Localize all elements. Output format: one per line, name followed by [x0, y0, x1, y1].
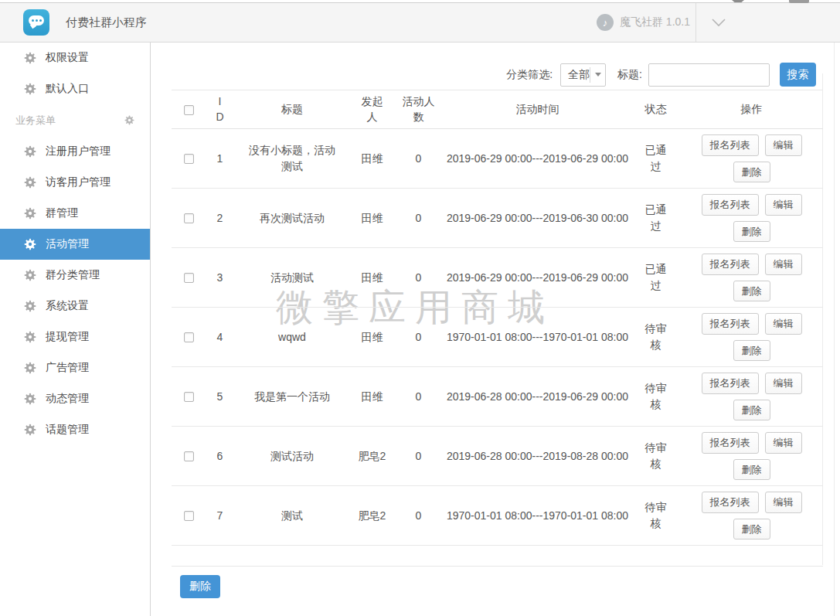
- sidebar-item-label: 权限设置: [46, 51, 89, 65]
- sidebar-item[interactable]: 提现管理: [0, 322, 150, 352]
- delete-row-button[interactable]: 删除: [733, 400, 770, 421]
- cell-time: 2019-06-29 00:00---2019-06-29 00:00: [444, 248, 631, 308]
- cell-title: 没有小标题，活动测试: [245, 142, 339, 175]
- sidebar-section-label: 业务菜单: [15, 114, 56, 128]
- edit-button[interactable]: 编辑: [765, 373, 802, 394]
- cell-participants: 0: [393, 129, 444, 189]
- cell-time: 2019-06-28 00:00---2019-08-28 00:00: [444, 427, 631, 486]
- cell-title: 再次测试活动: [260, 210, 325, 226]
- sidebar-item[interactable]: 群分类管理: [0, 260, 150, 291]
- sidebar-item[interactable]: 活动管理: [0, 229, 150, 260]
- edit-button[interactable]: 编辑: [765, 134, 802, 156]
- sidebar-item-label: 系统设置: [46, 299, 89, 313]
- cell-time: 2019-06-28 00:00---2019-06-29 00:00: [444, 367, 631, 427]
- category-select-value: 全部: [561, 68, 590, 82]
- search-button[interactable]: 搜索: [780, 63, 816, 87]
- gear-icon: [24, 331, 36, 343]
- cell-participants: 0: [393, 248, 444, 308]
- browser-arrow-fragment-icon: [732, 0, 744, 2]
- gear-icon: [24, 176, 36, 189]
- cell-status: 已通过: [642, 261, 670, 293]
- category-filter-label: 分类筛选:: [506, 68, 553, 82]
- cell-actions: 报名列表 编辑 删除: [680, 308, 823, 367]
- sidebar-item[interactable]: 访客用户管理: [0, 167, 150, 198]
- cell-time: 2019-06-29 00:00---2019-06-29 00:00: [444, 129, 631, 189]
- browser-chrome-fragment: [789, 0, 809, 3]
- row-checkbox[interactable]: [184, 154, 194, 164]
- cell-title: 测试活动: [270, 448, 314, 465]
- row-checkbox[interactable]: [184, 511, 194, 521]
- edit-button[interactable]: 编辑: [765, 492, 802, 513]
- gear-icon: [24, 269, 36, 281]
- gear-icon: [24, 83, 36, 95]
- row-checkbox[interactable]: [184, 392, 194, 402]
- brand-icon: ♪: [597, 14, 614, 31]
- cell-status: 待审核: [642, 380, 670, 412]
- signup-list-button[interactable]: 报名列表: [702, 134, 759, 156]
- sidebar-item-label: 默认入口: [46, 82, 89, 96]
- delete-row-button[interactable]: 删除: [733, 519, 770, 540]
- cell-title: 活动测试: [270, 270, 314, 286]
- edit-button[interactable]: 编辑: [765, 254, 802, 275]
- row-checkbox[interactable]: [184, 273, 194, 283]
- cell-actions: 报名列表 编辑 删除: [680, 427, 823, 486]
- delete-row-button[interactable]: 删除: [733, 162, 770, 183]
- edit-button[interactable]: 编辑: [765, 313, 802, 335]
- signup-list-button[interactable]: 报名列表: [702, 492, 759, 513]
- cell-participants: 0: [393, 486, 444, 546]
- sidebar-item[interactable]: 广告管理: [0, 352, 150, 383]
- sidebar-item-label: 群管理: [46, 206, 78, 220]
- row-checkbox[interactable]: [184, 213, 194, 223]
- brand-badge: ♪ 魔飞社群 1.0.1: [597, 14, 690, 31]
- sidebar-section: 业务菜单: [0, 104, 150, 136]
- main-content: 分类筛选: 全部 标题: 搜索 ID 标题 发起人 活动人数 活动时间 状态 操…: [151, 43, 840, 616]
- delete-row-button[interactable]: 删除: [733, 281, 770, 302]
- cell-initiator: 田维: [359, 270, 386, 285]
- sidebar-item[interactable]: 系统设置: [0, 291, 150, 322]
- cell-id: 2: [206, 189, 233, 248]
- signup-list-button[interactable]: 报名列表: [702, 254, 759, 275]
- header-collapse-toggle[interactable]: [696, 3, 840, 42]
- title-search-input[interactable]: [648, 63, 770, 87]
- row-checkbox[interactable]: [184, 332, 194, 342]
- row-checkbox[interactable]: [184, 451, 194, 461]
- delete-row-button[interactable]: 删除: [733, 221, 770, 243]
- gear-icon: [24, 145, 36, 158]
- sidebar-item[interactable]: 话题管理: [0, 414, 150, 445]
- sidebar-item-label: 注册用户管理: [46, 145, 111, 158]
- cell-id: 7: [206, 486, 233, 546]
- brand-version-text: 魔飞社群 1.0.1: [620, 15, 690, 29]
- cell-initiator: 肥皂2: [359, 448, 386, 464]
- sidebar-item[interactable]: 群管理: [0, 198, 150, 229]
- select-all-checkbox[interactable]: [184, 105, 194, 115]
- edit-button[interactable]: 编辑: [765, 194, 802, 216]
- cell-actions: 报名列表 编辑 删除: [680, 129, 823, 189]
- select-arrow-zone: [590, 67, 605, 83]
- header-participants: 活动人数: [400, 94, 437, 125]
- sidebar-item[interactable]: 动态管理: [0, 383, 150, 414]
- cell-status: 已通过: [642, 202, 670, 233]
- signup-list-button[interactable]: 报名列表: [702, 432, 759, 454]
- edit-button[interactable]: 编辑: [765, 432, 802, 454]
- signup-list-button[interactable]: 报名列表: [702, 313, 759, 335]
- delete-row-button[interactable]: 删除: [733, 459, 770, 481]
- cell-actions: 报名列表 编辑 删除: [680, 367, 823, 427]
- sidebar: 权限设置默认入口业务菜单注册用户管理访客用户管理群管理活动管理群分类管理系统设置…: [0, 43, 151, 616]
- cell-participants: 0: [393, 308, 444, 367]
- delete-row-button[interactable]: 删除: [733, 340, 770, 362]
- bulk-delete-button[interactable]: 删除: [180, 575, 220, 598]
- category-select[interactable]: 全部: [560, 63, 606, 87]
- sidebar-item[interactable]: 注册用户管理: [0, 136, 150, 167]
- table-row: 5 我是第一个活动 田维 0 2019-06-28 00:00---2019-0…: [172, 367, 823, 427]
- cell-status: 待审核: [642, 499, 670, 531]
- sidebar-item[interactable]: 权限设置: [0, 43, 150, 73]
- signup-list-button[interactable]: 报名列表: [702, 194, 759, 216]
- header-bar: 付费社群小程序 ♪ 魔飞社群 1.0.1: [0, 2, 840, 43]
- cell-initiator: 田维: [359, 210, 386, 226]
- sidebar-item[interactable]: 默认入口: [0, 73, 150, 104]
- gear-icon: [24, 207, 36, 220]
- gear-icon: [24, 393, 36, 405]
- signup-list-button[interactable]: 报名列表: [702, 373, 759, 394]
- sidebar-item-label: 话题管理: [46, 423, 89, 437]
- cell-initiator: 肥皂2: [359, 508, 386, 523]
